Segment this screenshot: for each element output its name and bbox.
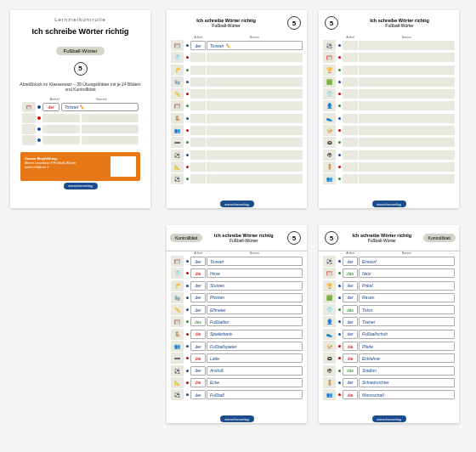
nomen-cell bbox=[207, 65, 303, 75]
table-row: 🥅 das Netz bbox=[323, 268, 455, 279]
nomen-cell bbox=[207, 77, 303, 87]
nomen-cell bbox=[207, 114, 303, 123]
nomen-cell bbox=[359, 77, 455, 87]
table-row: 🪑 bbox=[171, 113, 303, 124]
artikel-cell: der bbox=[190, 281, 206, 291]
row-icon: 🦵 bbox=[171, 65, 184, 76]
row-icon: 🥅 bbox=[171, 100, 184, 111]
table-row: 👕 bbox=[171, 52, 303, 63]
nomen-cell bbox=[359, 101, 455, 110]
table-row: ➖ die Latte bbox=[171, 353, 303, 364]
dot-icon bbox=[186, 129, 189, 132]
table-row: ⚽ bbox=[171, 150, 303, 161]
table-row: 🟩 bbox=[323, 76, 455, 88]
row-icon: ⚽ bbox=[171, 173, 184, 184]
row-icon: 👟 bbox=[323, 329, 336, 340]
row-icon: 🥅 bbox=[171, 316, 184, 327]
table-row: 📐 die Ecke bbox=[171, 377, 303, 388]
row-icon: ➖ bbox=[171, 353, 184, 364]
artikel-cell: das bbox=[343, 366, 358, 376]
dot-icon bbox=[338, 56, 341, 59]
artikel-cell: der bbox=[190, 41, 206, 50]
table-row: 📏 bbox=[171, 88, 303, 99]
artikel-cell: das bbox=[190, 317, 206, 326]
table-row: 👕 das Trikot bbox=[323, 304, 455, 315]
dot-icon bbox=[338, 272, 341, 274]
row-icon: 👟 bbox=[323, 113, 336, 124]
nomen-cell: Rasen bbox=[359, 293, 455, 302]
row-icon: ⚽ bbox=[171, 365, 184, 376]
dot-icon bbox=[338, 381, 341, 384]
nomen-cell bbox=[359, 138, 455, 147]
dot-icon bbox=[338, 357, 341, 359]
nomen-cell: Hose bbox=[207, 268, 303, 278]
dot-icon bbox=[186, 166, 189, 168]
table-row: ⚽ der Fußball bbox=[171, 389, 303, 400]
dot-icon bbox=[338, 285, 341, 287]
nomen-cell: Elfmeter bbox=[207, 305, 303, 314]
nomen-cell bbox=[207, 101, 303, 110]
row-icon: 🧤 bbox=[171, 76, 184, 88]
dot-icon bbox=[186, 320, 189, 323]
artikel-cell bbox=[343, 65, 358, 75]
table-row: 👤 bbox=[323, 100, 455, 111]
row-icon: 🧍 bbox=[323, 377, 336, 388]
row-icon: 🪑 bbox=[171, 113, 184, 124]
artikel-cell bbox=[343, 77, 358, 87]
dot-icon bbox=[186, 44, 189, 47]
artikel-cell bbox=[343, 162, 358, 172]
artikel-cell: das bbox=[343, 305, 358, 314]
row-icon: ➖ bbox=[171, 137, 184, 148]
artikel-cell: die bbox=[190, 330, 206, 339]
artikel-cell bbox=[190, 101, 206, 110]
dot-icon bbox=[338, 117, 341, 120]
nomen-cell bbox=[207, 150, 303, 160]
artikel-cell bbox=[343, 150, 358, 160]
table-row: 🦵 der Stutzen bbox=[171, 280, 303, 291]
dot-icon bbox=[186, 178, 189, 180]
table-row: 👥 bbox=[323, 173, 455, 184]
dot-icon bbox=[338, 154, 341, 156]
ws-number: 5 bbox=[287, 16, 301, 30]
artikel-cell: der bbox=[190, 293, 206, 302]
nomen-cell bbox=[207, 89, 303, 99]
table-row: 👤 der Trainer bbox=[323, 316, 455, 327]
artikel-cell bbox=[190, 77, 206, 87]
row-icon: 🥅 bbox=[171, 40, 184, 51]
dot-icon bbox=[186, 297, 189, 299]
nomen-cell bbox=[207, 53, 303, 62]
row-icon: 👕 bbox=[171, 268, 184, 279]
table-row: ⚽ bbox=[171, 173, 303, 184]
dot-icon bbox=[338, 308, 341, 311]
table-row: 🥅 der Torwart bbox=[171, 256, 303, 267]
nomen-cell bbox=[207, 126, 303, 135]
artikel-cell bbox=[190, 114, 206, 123]
nomen-cell: Fußball bbox=[207, 390, 303, 399]
nomen-cell: Fußballspieler bbox=[207, 342, 303, 351]
table-row: 👕 die Hose bbox=[171, 268, 303, 279]
row-icon: 👥 bbox=[323, 173, 336, 184]
nomen-cell: Stadion bbox=[359, 366, 455, 376]
dot-icon bbox=[338, 93, 341, 95]
kb2-header: Kontrollblatt Ich schreibe Wörter richti… bbox=[319, 225, 459, 251]
cover-headers: ArtikelNomen bbox=[22, 97, 139, 101]
artikel-cell bbox=[190, 89, 206, 99]
nomen-cell: Mannschaft bbox=[359, 390, 455, 399]
cover-description: Abreißblock im Klassensatz – 30 Übungsbl… bbox=[17, 82, 144, 92]
row-icon: ⚽ bbox=[323, 40, 336, 51]
artikel-cell bbox=[343, 41, 358, 50]
dot-icon bbox=[338, 129, 341, 132]
dot-icon bbox=[338, 393, 341, 396]
table-row: ⚽ bbox=[323, 40, 455, 51]
row-icon: ⚽ bbox=[171, 389, 184, 400]
artikel-cell: der bbox=[190, 305, 206, 314]
row-icon: ⚽ bbox=[323, 256, 336, 267]
sample-artikel: der bbox=[42, 103, 60, 111]
dot-icon bbox=[338, 345, 341, 347]
table-row: 🏟 bbox=[323, 150, 455, 161]
artikel-cell bbox=[190, 53, 206, 62]
dot-icon bbox=[338, 81, 341, 83]
row-icon: 🟩 bbox=[323, 292, 336, 303]
artikel-cell: das bbox=[343, 268, 358, 278]
table-row: 📯 die Pfeife bbox=[323, 341, 455, 352]
